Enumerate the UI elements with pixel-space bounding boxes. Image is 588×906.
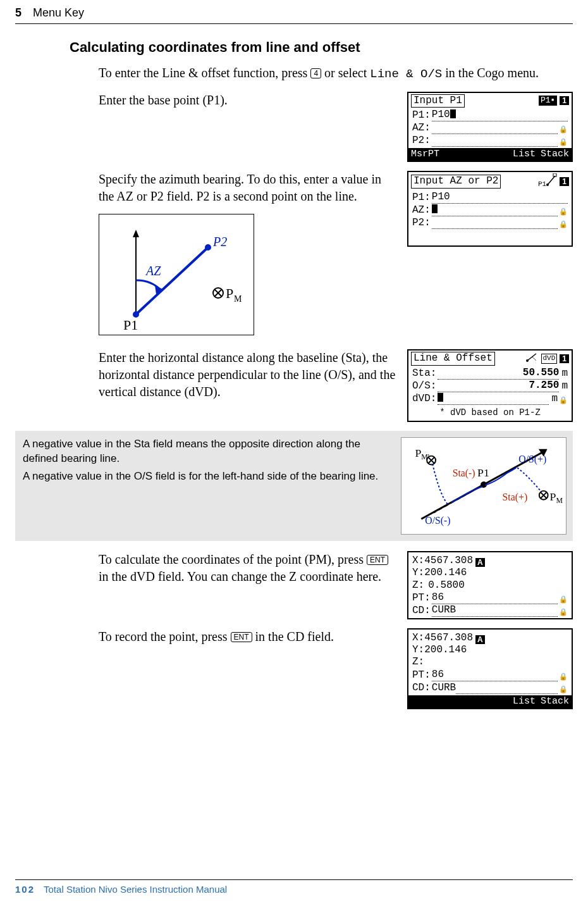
svg-line-19 (527, 354, 536, 361)
softkey[interactable]: MsrPT (411, 149, 439, 160)
field-value: 86 (432, 592, 558, 604)
key-ent: ENT (367, 555, 388, 565)
field-value: 86 (432, 669, 558, 681)
azimuth-diagram: AZ P2 P M P1 (99, 214, 254, 335)
svg-text:PM': PM' (415, 447, 429, 461)
lcd-title: Line & Offset (411, 352, 495, 365)
lcd-input-p1: Input P1 P1▪ 1 P1: P10 AZ: 🔒 (407, 92, 573, 163)
field-value: 200.146 (424, 567, 467, 579)
field-value (438, 392, 549, 405)
field-value: CURB (432, 604, 558, 617)
field-value: P10 (432, 191, 568, 204)
field-label: Y: (412, 644, 424, 656)
field-value (432, 121, 558, 134)
field-value (432, 204, 558, 216)
mini-diagram-label: P1▪ (539, 96, 557, 106)
svg-text:O/S(-): O/S(-) (425, 515, 450, 526)
page-footer: 102 Total Station Nivo Series Instructio… (15, 879, 573, 895)
lock-icon: 🔒 (558, 609, 568, 617)
svg-marker-1 (133, 230, 139, 237)
lock-icon: 🔒 (558, 397, 568, 405)
lcd-result-edit-z: X: 4567.308 A Y: 200.146 Z: 0.5800 (407, 551, 573, 619)
cursor-icon (438, 393, 443, 402)
page-indicator: 1 (560, 96, 569, 105)
field-label: Y: (412, 567, 424, 579)
page-header: 5 Menu Key (15, 6, 573, 20)
text: in the CD field. (252, 630, 334, 643)
svg-text:M: M (234, 294, 242, 304)
step4-text: To calculate the coordinates of the poin… (99, 551, 396, 585)
field-label: P1: (412, 109, 431, 121)
step3-text: Enter the horizontal distance along the … (99, 349, 396, 400)
svg-text:P1: P1 (123, 317, 138, 333)
field-label: AZ: (412, 122, 431, 134)
field-label: dVD: (412, 393, 436, 405)
svg-text:AZ: AZ (145, 264, 161, 278)
section-heading: Calculating coordinates from line and of… (70, 39, 573, 56)
field-label: Sta: (412, 368, 436, 380)
unit-label: m (549, 393, 558, 405)
text: in the Cogo menu. (442, 66, 539, 80)
svg-point-3 (205, 244, 211, 251)
chapter-number: 5 (15, 6, 21, 20)
lock-icon: 🔒 (558, 686, 568, 694)
lcd-footnote: * dVD based on P1-Z (408, 406, 572, 421)
lock-icon: 🔒 (558, 673, 568, 681)
mode-indicator: A (475, 635, 485, 644)
field-label: CD: (412, 682, 431, 694)
unit-label: m (559, 368, 568, 380)
field-value-selected: CURB (432, 682, 456, 694)
field-label: PT: (412, 592, 431, 604)
field-label: Z: (412, 656, 424, 668)
svg-text:P: P (226, 285, 233, 301)
field-value: 4567.308 (424, 632, 473, 644)
svg-text:Sta(+): Sta(+) (503, 492, 528, 503)
note-callout: A negative value in the Sta field means … (15, 431, 573, 541)
cursor-icon (450, 109, 456, 118)
field-label: CD: (412, 605, 431, 617)
field-label: X: (412, 632, 424, 644)
softkey[interactable]: Stack (541, 696, 569, 707)
text: To calculate the coordinates of the poin… (99, 552, 367, 566)
lcd-result-record: X: 4567.308 A Y: 200.146 Z: (407, 628, 573, 709)
text: in the dVD field. You can change the Z c… (99, 569, 381, 583)
lcd-line-offset: Line & Offset dVD 1 (407, 349, 573, 422)
field-value (424, 656, 431, 668)
manual-title: Total Station Nivo Series Instruction Ma… (44, 884, 227, 895)
page-indicator: 1 (560, 177, 569, 186)
mode-indicator: A (475, 558, 485, 567)
key-4: 4 (310, 68, 321, 78)
header-rule (15, 23, 573, 24)
text: To enter the Line & offset function, pre… (99, 66, 310, 80)
field-value: 4567.308 (424, 555, 473, 567)
svg-text:PM: PM (550, 490, 563, 505)
softkey[interactable]: List (513, 696, 536, 707)
step5-text: To record the point, press ENT in the CD… (99, 628, 396, 645)
field-value: 50.550 (438, 367, 559, 380)
lcd-input-az-p2: Input AZ or P2 P1 1 (407, 171, 573, 247)
svg-line-16 (548, 176, 555, 185)
svg-line-20 (532, 357, 536, 361)
field-value (432, 216, 558, 229)
text: To record the point, press (99, 630, 231, 643)
field-value: P10 (432, 109, 568, 121)
field-value-selected: 0.5800 (428, 580, 465, 592)
key-ent: ENT (231, 632, 252, 642)
lock-icon: 🔒 (558, 596, 568, 604)
field-value: 7.250 (438, 380, 559, 392)
softkey[interactable]: Stack (541, 149, 569, 160)
step2-text: Specify the azimuth bearing. To do this,… (99, 171, 396, 205)
callout-text: A negative value in the O/S field is for… (23, 469, 392, 483)
lcd-title: Input AZ or P2 (411, 175, 501, 188)
field-label: P2: (412, 217, 431, 229)
field-label: Z: (412, 580, 424, 592)
softkey[interactable]: List (513, 149, 536, 160)
lock-icon: 🔒 (558, 208, 568, 216)
svg-text:Sta(-): Sta(-) (453, 468, 475, 479)
page-number: 102 (15, 884, 35, 895)
dvd-tag: dVD (541, 354, 558, 363)
svg-text:P1: P1 (477, 466, 489, 479)
field-label: O/S: (412, 380, 436, 392)
unit-label: m (559, 380, 568, 392)
svg-text:P1: P1 (538, 180, 547, 187)
